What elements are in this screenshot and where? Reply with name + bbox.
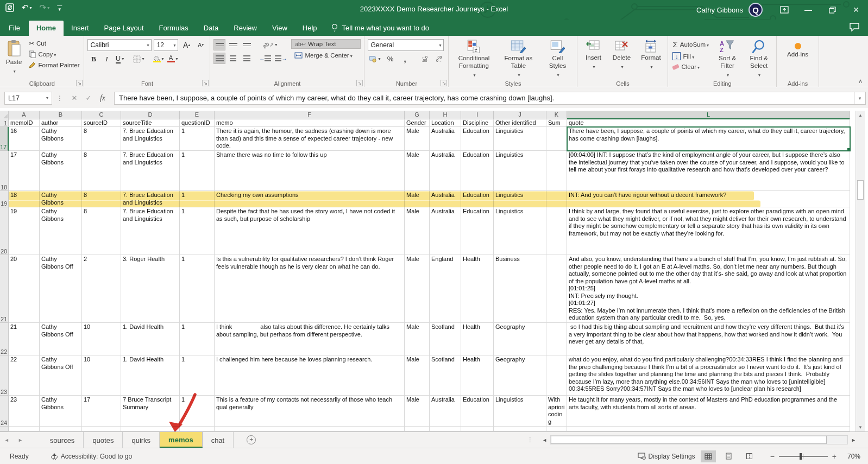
tab-page-layout[interactable]: Page Layout (97, 21, 152, 36)
font-color-button[interactable]: A (166, 53, 179, 65)
bottom-align-button[interactable] (241, 39, 253, 50)
sort-filter-button[interactable]: AZ Sort & Filter (713, 38, 741, 80)
customize-qat-icon[interactable]: —▾ (57, 4, 62, 11)
font-dialog-launcher-icon[interactable]: ↘ (202, 80, 209, 86)
cell-C17[interactable]: 8 (82, 127, 121, 151)
clipboard-dialog-launcher-icon[interactable]: ↘ (76, 80, 83, 86)
cell-E17[interactable]: 1 (180, 127, 215, 151)
cell-B1[interactable]: author (40, 119, 82, 127)
cell-C22[interactable]: 10 (82, 323, 121, 355)
cell-I17[interactable]: Education (461, 127, 494, 151)
cell-C24[interactable]: 17 (82, 396, 121, 427)
cell-H23[interactable]: Scotland (430, 355, 461, 396)
column-header-G[interactable]: G (405, 111, 430, 119)
cell-B23[interactable]: Cathy Gibbons Off (40, 355, 82, 396)
orientation-button[interactable]: ab↗ (261, 39, 278, 50)
column-header-B[interactable]: B (40, 111, 82, 119)
scroll-left-icon[interactable]: ◄ (539, 437, 550, 443)
cell-E22[interactable]: 1 (180, 323, 215, 355)
cell-B[interactable] (40, 427, 82, 431)
cell-A20[interactable]: 19 (9, 207, 40, 255)
zoom-level[interactable]: 70% (842, 453, 860, 460)
cell-D1[interactable]: sourceTitle (121, 119, 180, 127)
zoom-slider-thumb[interactable] (800, 453, 802, 460)
row-header-24[interactable]: 24 (0, 396, 9, 427)
cell-G21[interactable]: Male (405, 255, 430, 323)
cell-G20[interactable]: Male (405, 207, 430, 255)
cell-E18[interactable]: 1 (180, 151, 215, 191)
cell-J1[interactable]: Other identified (494, 119, 546, 127)
format-cells-button[interactable]: Format (637, 38, 664, 80)
decrease-indent-button[interactable]: ← (258, 53, 272, 64)
cell-L24[interactable]: He taught it for many years, mostly in t… (567, 396, 850, 427)
tab-review[interactable]: Review (226, 21, 265, 36)
cell-I19[interactable]: Education (461, 191, 494, 207)
cell-A21[interactable]: 20 (9, 255, 40, 323)
cell-I18[interactable]: Education (461, 151, 494, 191)
cell-J21[interactable]: Business (494, 255, 546, 323)
column-header-A[interactable]: A (9, 111, 40, 119)
column-header-H[interactable]: H (430, 111, 461, 119)
cell-E23[interactable]: 1 (180, 355, 215, 396)
cell-A[interactable] (9, 427, 40, 431)
number-dialog-launcher-icon[interactable]: ↘ (441, 80, 447, 86)
undo-button[interactable]: ↶▾ (22, 3, 32, 12)
display-settings-button[interactable]: Display Settings (638, 453, 695, 460)
cell-L19[interactable]: INT: And you can’t have rigour without a… (567, 191, 850, 207)
cell-F22[interactable]: I think also talks about this difference… (215, 323, 405, 355)
cell-B19[interactable]: Cathy Gibbons (40, 191, 82, 207)
name-box[interactable]: L17 (4, 92, 52, 105)
cell-C[interactable] (82, 427, 121, 431)
comments-icon[interactable] (850, 23, 859, 31)
paste-button[interactable]: Paste (3, 38, 24, 80)
collapse-ribbon-icon[interactable]: ∧ (858, 78, 863, 85)
tab-scrollbar-splitter[interactable]: ⋮ (527, 436, 533, 443)
save-icon[interactable] (5, 3, 14, 12)
cell-G23[interactable]: Male (405, 355, 430, 396)
cell-D18[interactable]: 7. Bruce Education and Linguistics (121, 151, 180, 191)
sheet-tab-chat[interactable]: chat (203, 432, 234, 448)
align-right-button[interactable] (241, 53, 253, 64)
fill-color-button[interactable] (152, 53, 165, 65)
cell-D19[interactable]: 7. Bruce Education and Linguistics (121, 191, 180, 207)
cell-D24[interactable]: 7 Bruce Transcript Summary (121, 396, 180, 427)
cell-F21[interactable]: Is this a vulnerability for qualitative … (215, 255, 405, 323)
italic-button[interactable]: I (100, 53, 112, 65)
cell-F23[interactable]: I challenged him here because he loves p… (215, 355, 405, 396)
cell-H1[interactable]: Location (430, 119, 461, 127)
sheet-tab-sources[interactable]: sources (41, 432, 84, 448)
cancel-icon[interactable]: ✕ (67, 94, 81, 102)
sheet-tab-quirks[interactable]: quirks (123, 432, 160, 448)
cell-D[interactable] (121, 427, 180, 431)
cell-F19[interactable]: Checking my own assumptions (215, 191, 405, 207)
cell-H24[interactable]: Australia (430, 396, 461, 427)
addins-button[interactable]: Add-ins (784, 38, 811, 80)
column-header-C[interactable]: C (82, 111, 121, 119)
merge-center-button[interactable]: Merge & Center (291, 51, 361, 60)
cell-F18[interactable]: Shame there was no time to follow this u… (215, 151, 405, 191)
select-all-corner[interactable] (0, 111, 9, 119)
tab-home[interactable]: Home (29, 21, 64, 36)
cell-H18[interactable]: Australia (430, 151, 461, 191)
cell-D20[interactable]: 7. Bruce Education and Linguistics (121, 207, 180, 255)
cell-B17[interactable]: Cathy Gibbons (40, 127, 82, 151)
cell-D17[interactable]: 7. Bruce Education and Linguistics (121, 127, 180, 151)
grow-font-button[interactable]: A▴ (180, 40, 192, 51)
insert-cells-button[interactable]: Insert (581, 38, 606, 80)
scroll-down-icon[interactable]: ▼ (856, 423, 865, 431)
cell-K21[interactable] (546, 255, 567, 323)
cell-A23[interactable]: 22 (9, 355, 40, 396)
cell-styles-button[interactable]: Cell Styles (541, 38, 574, 80)
sheet-tab-memos[interactable]: memos (160, 432, 203, 448)
scroll-right-icon[interactable]: ► (848, 437, 859, 443)
center-button[interactable] (227, 53, 239, 64)
close-button[interactable]: × (844, 1, 868, 19)
shrink-font-button[interactable]: A▾ (194, 40, 206, 51)
cut-button[interactable]: ✂Cut (28, 39, 80, 48)
tab-help[interactable]: Help (295, 21, 325, 36)
cell-L[interactable] (567, 427, 850, 431)
column-header-F[interactable]: F (215, 111, 405, 119)
column-header-E[interactable]: E (180, 111, 215, 119)
cell-G18[interactable]: Male (405, 151, 430, 191)
cell-H19[interactable]: Australia (430, 191, 461, 207)
